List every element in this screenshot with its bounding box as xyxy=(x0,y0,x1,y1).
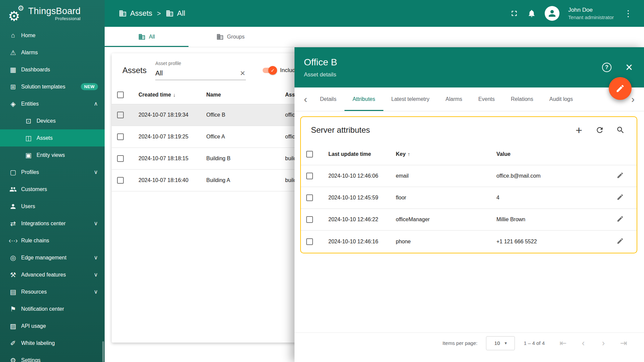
fullscreen-icon xyxy=(510,9,519,18)
cell-last-update-time: 2024-10-10 12:46:16 xyxy=(328,239,396,245)
sidebar-item-settings[interactable]: ⚙ Settings xyxy=(0,352,105,362)
row-checkbox[interactable] xyxy=(306,216,313,223)
home-icon: ⌂ xyxy=(9,32,17,39)
sidebar-item-devices[interactable]: ⊡ Devices xyxy=(0,112,105,129)
avatar[interactable] xyxy=(545,6,559,21)
chevron-left-icon: ‹ xyxy=(582,338,585,348)
kebab-menu-button[interactable]: ⋮ xyxy=(623,9,634,18)
attribute-row[interactable]: 2024-10-10 12:46:06 email office.b@mail.… xyxy=(301,165,637,187)
tabs-back-button[interactable]: ‹ xyxy=(299,87,312,111)
tab-details[interactable]: Details xyxy=(312,87,344,111)
add-attribute-button[interactable]: + xyxy=(574,125,584,135)
sidebar-item-dashboards[interactable]: ▦ Dashboards xyxy=(0,61,105,78)
attribute-row[interactable]: 2024-10-10 12:46:22 officeManager Millie… xyxy=(301,209,637,231)
tab-events[interactable]: Events xyxy=(470,87,503,111)
sidebar-item-notification-center[interactable]: ⚑ Notification center xyxy=(0,300,105,317)
sidebar-item-resources[interactable]: ▤ Resources ∨ xyxy=(0,283,105,300)
row-checkbox[interactable] xyxy=(117,133,124,140)
help-button[interactable]: ? xyxy=(602,63,611,72)
column-last-update-time[interactable]: Last update time xyxy=(328,151,396,157)
tab-groups[interactable]: Groups xyxy=(189,27,272,47)
refresh-button[interactable] xyxy=(595,125,604,135)
sidebar-item-white-labeling[interactable]: ✐ White labeling xyxy=(0,335,105,352)
breadcrumb-all[interactable]: All xyxy=(166,9,185,18)
chevron-right-icon: › xyxy=(631,94,635,105)
edit-fab[interactable] xyxy=(609,77,632,100)
notifications-button[interactable] xyxy=(527,9,536,18)
sidebar-item-entity-views[interactable]: ▣ Entity views xyxy=(0,146,105,164)
column-name[interactable]: Name xyxy=(206,92,285,98)
prev-page-button[interactable]: ‹ xyxy=(579,339,588,347)
last-page-icon: ⇥ xyxy=(620,338,627,348)
sidebar-item-profiles[interactable]: ▢ Profiles ∨ xyxy=(0,164,105,181)
tab-attributes[interactable]: Attributes xyxy=(344,87,383,111)
sidebar-item-solution-templates[interactable]: ⊞ Solution templates NEW xyxy=(0,78,105,95)
sidebar-item-advanced-features[interactable]: ⚒ Advanced features ∨ xyxy=(0,266,105,283)
new-badge: NEW xyxy=(81,83,98,90)
page-size-value: 10 xyxy=(494,340,500,346)
fullscreen-button[interactable] xyxy=(510,9,519,18)
page-size-select[interactable]: 10 ▾ xyxy=(486,336,515,350)
tab-audit-logs[interactable]: Audit logs xyxy=(541,87,581,111)
next-page-button[interactable]: › xyxy=(599,339,608,347)
close-button[interactable]: × xyxy=(626,63,633,72)
user-menu[interactable]: John Doe Tenant administrator xyxy=(568,7,614,20)
sidebar-item-rule-chains[interactable]: ‹··› Rule chains xyxy=(0,232,105,249)
logo-gear-icon: ⚙ ⚙ xyxy=(8,5,24,21)
column-created-time[interactable]: Created time↓ xyxy=(139,92,206,98)
row-checkbox[interactable] xyxy=(306,173,313,179)
cell-name: Office A xyxy=(206,134,285,140)
edit-attribute-button[interactable] xyxy=(616,193,637,202)
sidebar: ⚙ ⚙ ThingsBoard Professional ⌂ Home ⚠ Al… xyxy=(0,0,105,362)
tab-latest-telemetry[interactable]: Latest telemetry xyxy=(383,87,438,111)
tab-all[interactable]: All xyxy=(105,27,189,47)
select-all-checkbox[interactable] xyxy=(117,92,124,98)
sidebar-item-alarms[interactable]: ⚠ Alarms xyxy=(0,44,105,61)
last-page-button[interactable]: ⇥ xyxy=(619,339,628,347)
breadcrumb-assets[interactable]: Assets xyxy=(119,9,152,18)
edit-attribute-button[interactable] xyxy=(616,172,637,180)
building-icon xyxy=(166,9,174,17)
search-button[interactable] xyxy=(616,125,625,135)
sidebar-item-edge-management[interactable]: ◎ Edge management ∨ xyxy=(0,249,105,266)
select-all-checkbox[interactable] xyxy=(306,151,313,158)
row-checkbox[interactable] xyxy=(306,238,313,245)
sidebar-item-customers[interactable]: Customers xyxy=(0,181,105,198)
row-checkbox[interactable] xyxy=(117,112,124,118)
attribute-row[interactable]: 2024-10-10 12:46:16 phone +1 121 666 552… xyxy=(301,231,637,252)
sidebar-scrollbar[interactable] xyxy=(102,341,104,362)
tab-alarms[interactable]: Alarms xyxy=(437,87,470,111)
sidebar-item-assets[interactable]: ◫ Assets xyxy=(0,129,105,146)
chevron-down-icon: ∨ xyxy=(94,271,98,278)
clear-filter-button[interactable]: × xyxy=(240,69,245,77)
sidebar-item-integrations-center[interactable]: ⇄ Integrations center ∨ xyxy=(0,215,105,232)
rule-chains-icon: ‹··› xyxy=(9,237,17,244)
cell-name: Building B xyxy=(206,156,285,162)
page-range: 1 – 4 of 4 xyxy=(524,340,545,346)
items-per-page-label: Items per page: xyxy=(442,340,477,346)
tab-relations[interactable]: Relations xyxy=(503,87,541,111)
sidebar-item-api-usage[interactable]: ▨ API usage xyxy=(0,317,105,335)
cell-last-update-time: 2024-10-10 12:46:22 xyxy=(328,217,396,223)
details-panel-header: Office B Asset details ? × xyxy=(294,47,644,87)
column-value[interactable]: Value xyxy=(496,151,616,157)
building-icon xyxy=(138,33,146,41)
sidebar-item-home[interactable]: ⌂ Home xyxy=(0,27,105,44)
alarms-icon: ⚠ xyxy=(9,49,17,57)
cell-key: officeManager xyxy=(396,217,496,223)
first-page-button[interactable]: ⇤ xyxy=(559,339,568,347)
edit-attribute-button[interactable] xyxy=(616,215,637,224)
row-checkbox[interactable] xyxy=(117,155,124,162)
chevron-down-icon: ∨ xyxy=(94,220,98,227)
sidebar-item-entities[interactable]: ◈ Entities ∧ xyxy=(0,95,105,112)
filter-value[interactable]: All xyxy=(155,69,240,77)
edit-attribute-button[interactable] xyxy=(616,237,637,246)
row-checkbox[interactable] xyxy=(306,194,313,201)
entity-views-icon: ▣ xyxy=(24,151,33,159)
attribute-row[interactable]: 2024-10-10 12:45:59 floor 4 xyxy=(301,187,637,209)
row-checkbox[interactable] xyxy=(117,177,124,184)
asset-profile-filter[interactable]: Asset profile All × xyxy=(155,61,246,80)
app-logo[interactable]: ⚙ ⚙ ThingsBoard Professional xyxy=(0,0,105,27)
sidebar-item-users[interactable]: Users xyxy=(0,198,105,215)
column-key[interactable]: Key↑ xyxy=(396,151,496,157)
